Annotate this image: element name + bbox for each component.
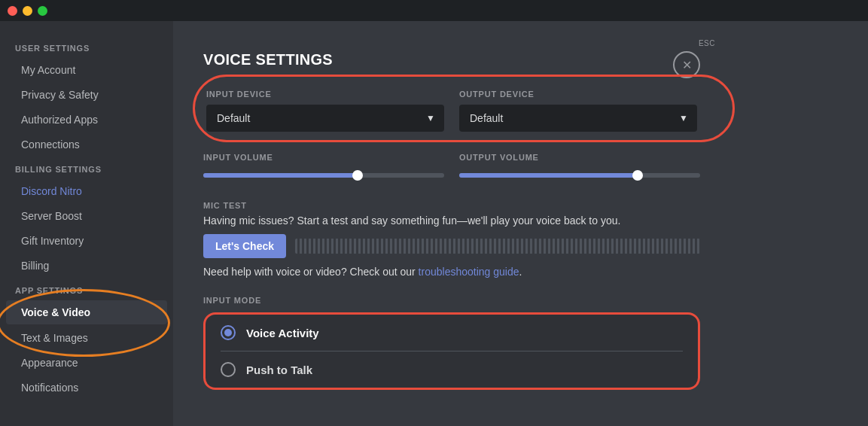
voice-activity-option[interactable]: Voice Activity (206, 315, 698, 351)
sidebar-item-privacy-safety[interactable]: Privacy & Safety (6, 83, 167, 107)
input-volume-slider[interactable] (203, 168, 444, 183)
input-volume-label: INPUT VOLUME (203, 153, 444, 162)
output-device-group: OUTPUT DEVICE Default Built-in Output Ex… (459, 90, 697, 132)
output-device-label: OUTPUT DEVICE (459, 90, 697, 99)
push-to-talk-option[interactable]: Push to Talk (206, 351, 698, 388)
push-to-talk-radio[interactable] (221, 362, 236, 377)
output-volume-group: OUTPUT VOLUME (459, 153, 700, 183)
input-mode-section: INPUT MODE Voice Activity Push to Talk (203, 296, 700, 390)
input-volume-thumb[interactable] (352, 170, 363, 181)
voice-activity-radio-inner (224, 329, 232, 336)
sidebar-item-gift-inventory[interactable]: Gift Inventory (6, 229, 167, 253)
sidebar-item-notifications[interactable]: Notifications (6, 376, 167, 400)
sidebar-item-authorized-apps[interactable]: Authorized Apps (6, 108, 167, 132)
sidebar-item-discord-nitro[interactable]: Discord Nitro (6, 179, 167, 203)
billing-settings-section-label: BILLING SETTINGS (0, 157, 173, 178)
input-device-wrapper: Default Built-in Microphone External Mic… (206, 105, 444, 132)
output-device-wrapper: Default Built-in Output External Speaker… (459, 105, 697, 132)
sidebar-item-connections[interactable]: Connections (6, 132, 167, 157)
sidebar-item-my-account[interactable]: My Account (6, 58, 167, 82)
lets-check-button[interactable]: Let's Check (203, 234, 286, 258)
mic-test-row: Let's Check (203, 234, 700, 258)
voice-activity-radio[interactable] (221, 325, 236, 340)
output-device-select[interactable]: Default Built-in Output External Speaker… (459, 105, 697, 132)
voice-activity-label: Voice Activity (246, 327, 319, 339)
sidebar-item-server-boost[interactable]: Server Boost (6, 204, 167, 228)
output-volume-fill (459, 173, 640, 178)
app-settings-section-label: APP SETTINGS (0, 278, 173, 300)
sidebar-item-text-images[interactable]: Text & Images (6, 326, 167, 350)
content-inner: ✕ ESC VOICE SETTINGS INPUT DEVICE Defaul… (173, 21, 730, 420)
minimize-traffic-light[interactable] (23, 6, 32, 16)
input-volume-group: INPUT VOLUME (203, 153, 444, 183)
devices-row: INPUT DEVICE Default Built-in Microphone… (203, 84, 700, 138)
mic-test-description: Having mic issues? Start a test and say … (203, 215, 700, 227)
input-device-select[interactable]: Default Built-in Microphone External Mic… (206, 105, 444, 132)
volume-row: INPUT VOLUME OUTPUT VOLUME (203, 153, 700, 183)
output-volume-thumb[interactable] (632, 170, 643, 181)
input-volume-track (203, 173, 444, 178)
voice-video-wrapper: Voice & Video (0, 300, 173, 325)
app-container: USER SETTINGS My Account Privacy & Safet… (0, 21, 868, 426)
input-volume-fill (203, 173, 360, 178)
sidebar: USER SETTINGS My Account Privacy & Safet… (0, 21, 173, 426)
sidebar-item-voice-video[interactable]: Voice & Video (6, 300, 167, 324)
close-traffic-light[interactable] (8, 6, 17, 16)
output-volume-slider[interactable] (459, 168, 700, 183)
devices-section: INPUT DEVICE Default Built-in Microphone… (203, 84, 700, 138)
titlebar (0, 0, 868, 21)
input-mode-label: INPUT MODE (203, 296, 700, 305)
maximize-traffic-light[interactable] (38, 6, 47, 16)
mic-test-label: MIC TEST (203, 201, 700, 210)
push-to-talk-label: Push to Talk (246, 364, 312, 376)
user-settings-section-label: USER SETTINGS (0, 36, 173, 57)
troubleshoot-text: Need help with voice or video? Check out… (203, 266, 700, 278)
troubleshoot-link[interactable]: troubleshooting guide (419, 266, 519, 278)
sidebar-item-appearance[interactable]: Appearance (6, 351, 167, 375)
content-area: ✕ ESC VOICE SETTINGS INPUT DEVICE Defaul… (173, 21, 868, 426)
esc-label: ESC (699, 39, 715, 47)
mic-test-section: MIC TEST Having mic issues? Start a test… (203, 201, 700, 278)
output-volume-label: OUTPUT VOLUME (459, 153, 700, 162)
page-title: VOICE SETTINGS (203, 51, 700, 68)
close-button-container: ✕ ESC (699, 36, 715, 47)
output-volume-track (459, 173, 700, 178)
input-device-group: INPUT DEVICE Default Built-in Microphone… (206, 90, 444, 132)
input-mode-options: Voice Activity Push to Talk (203, 312, 700, 390)
close-button[interactable]: ✕ (673, 51, 700, 78)
input-device-label: INPUT DEVICE (206, 90, 444, 99)
mic-visualizer (295, 239, 700, 254)
sidebar-item-billing[interactable]: Billing (6, 254, 167, 278)
